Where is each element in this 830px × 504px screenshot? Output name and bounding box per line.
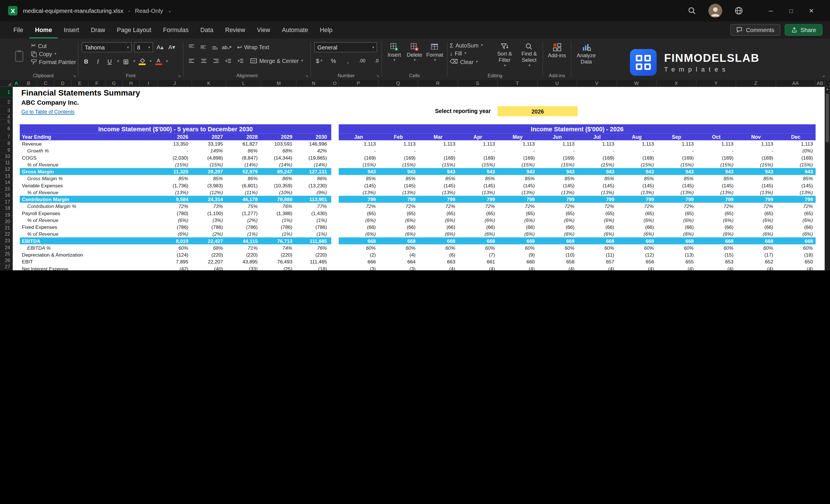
data-cell[interactable]: (1,277) — [227, 211, 262, 216]
borders-dropdown[interactable]: ▾ — [133, 59, 135, 63]
align-center-icon[interactable] — [199, 56, 209, 66]
scroll-up-icon[interactable]: ▴ — [826, 87, 828, 91]
row-header-10[interactable]: 10 — [0, 153, 12, 160]
header-cell[interactable]: Sep — [657, 134, 696, 140]
column-header-aa[interactable]: AA — [776, 80, 816, 86]
data-cell[interactable]: (6%) — [458, 217, 498, 223]
font-size-combo[interactable]: 8▾ — [134, 42, 153, 52]
data-cell[interactable]: 76% — [296, 245, 331, 251]
data-cell[interactable]: (6%) — [736, 217, 776, 223]
orientation-button[interactable]: ab↗ — [222, 42, 232, 52]
data-cell[interactable]: (2,030) — [158, 155, 192, 160]
data-cell[interactable]: 1,113 — [537, 141, 577, 147]
data-cell[interactable]: 68% — [262, 148, 296, 154]
data-cell[interactable]: 668 — [657, 238, 696, 244]
data-cell[interactable]: 60% — [418, 245, 458, 251]
reporting-year-input[interactable]: 2026 — [498, 106, 578, 116]
row-label[interactable]: Fixed Expenses — [20, 224, 158, 230]
row-header-21[interactable]: 21 — [0, 225, 12, 231]
data-cell[interactable]: 75% — [227, 204, 262, 209]
data-cell[interactable]: 668 — [339, 238, 378, 244]
column-header-n[interactable]: N — [296, 80, 331, 86]
header-cell[interactable]: Oct — [696, 134, 736, 140]
data-cell[interactable]: (25) — [262, 266, 296, 270]
data-cell[interactable]: 60% — [776, 245, 816, 251]
data-cell[interactable]: 43,895 — [227, 259, 262, 264]
font-name-combo[interactable]: Tahoma▾ — [82, 42, 132, 52]
header-cell[interactable]: Dec — [776, 134, 816, 140]
row-label[interactable]: Net Interest Expense — [20, 266, 158, 270]
row-header-22[interactable]: 22 — [0, 231, 12, 238]
data-cell[interactable]: (4) — [617, 266, 657, 270]
data-cell[interactable]: (66) — [418, 224, 458, 230]
data-cell[interactable]: 1,113 — [378, 141, 418, 147]
data-cell[interactable]: 24,314 — [192, 196, 227, 202]
data-cell[interactable]: 103,591 — [262, 141, 296, 147]
data-cell[interactable]: (9%) — [296, 190, 331, 195]
column-header-w[interactable]: W — [617, 80, 657, 86]
data-cell[interactable]: 668 — [617, 238, 657, 244]
data-cell[interactable]: (220) — [296, 252, 331, 257]
data-cell[interactable]: (65) — [617, 211, 657, 216]
data-cell[interactable]: 1,113 — [657, 141, 696, 147]
data-cell[interactable]: (13%) — [339, 190, 378, 195]
data-cell[interactable]: 85% — [617, 176, 657, 181]
data-cell[interactable]: (15%) — [657, 162, 696, 167]
data-cell[interactable]: 85% — [696, 176, 736, 181]
menu-page-layout[interactable]: Page Layout — [111, 22, 157, 39]
user-avatar[interactable] — [708, 4, 722, 18]
data-cell[interactable]: (6%) — [158, 231, 192, 237]
sort-filter-button[interactable]: Sort & Filter▾ — [492, 38, 517, 68]
data-cell[interactable]: 68% — [192, 245, 227, 251]
data-cell[interactable]: (4) — [418, 266, 458, 270]
data-cell[interactable]: (13%) — [418, 190, 458, 195]
data-cell[interactable]: (8,847) — [227, 155, 262, 160]
data-cell[interactable]: 799 — [458, 196, 498, 202]
data-cell[interactable]: (15%) — [158, 162, 192, 167]
data-cell[interactable]: 22,207 — [192, 259, 227, 264]
data-cell[interactable]: 76,493 — [262, 259, 296, 264]
column-header-i[interactable]: I — [140, 80, 158, 86]
data-cell[interactable]: 799 — [498, 196, 537, 202]
data-cell[interactable]: 943 — [418, 169, 458, 174]
data-cell[interactable]: (6%) — [418, 231, 458, 237]
column-header-h[interactable]: H — [123, 80, 140, 86]
data-cell[interactable]: 44,115 — [227, 238, 262, 244]
data-cell[interactable]: 1,113 — [339, 141, 378, 147]
data-cell[interactable]: 799 — [339, 196, 378, 202]
data-cell[interactable]: 72% — [776, 204, 816, 209]
data-cell[interactable]: (13%) — [498, 190, 537, 195]
data-cell[interactable]: (4) — [657, 266, 696, 270]
data-cell[interactable]: 85% — [736, 176, 776, 181]
column-header-d[interactable]: D — [54, 80, 71, 86]
align-left-icon[interactable] — [187, 56, 196, 66]
data-cell[interactable]: (66) — [696, 224, 736, 230]
data-cell[interactable]: 46,178 — [227, 196, 262, 202]
data-cell[interactable]: 668 — [776, 238, 816, 244]
data-cell[interactable]: 664 — [378, 259, 418, 264]
data-cell[interactable]: (6%) — [418, 217, 458, 223]
row-header-14[interactable]: 14 — [0, 179, 12, 186]
data-cell[interactable]: 85% — [339, 176, 378, 181]
data-cell[interactable]: 149% — [192, 148, 227, 154]
menu-file[interactable]: File — [7, 22, 29, 39]
data-cell[interactable]: (15%) — [339, 162, 378, 167]
data-cell[interactable]: (66) — [577, 224, 617, 230]
data-cell[interactable]: - — [577, 148, 617, 154]
data-cell[interactable]: (6%) — [339, 217, 378, 223]
data-cell[interactable]: (65) — [776, 211, 816, 216]
data-cell[interactable]: (169) — [458, 155, 498, 160]
menu-automate[interactable]: Automate — [276, 22, 314, 39]
data-cell[interactable]: (66) — [378, 224, 418, 230]
data-cell[interactable]: (17) — [736, 252, 776, 257]
data-cell[interactable]: 111,685 — [296, 238, 331, 244]
data-cell[interactable]: (6,801) — [227, 183, 262, 188]
data-cell[interactable]: 943 — [657, 169, 696, 174]
data-cell[interactable]: 72% — [537, 204, 577, 209]
merge-center-button[interactable]: Merge & Center▾ — [250, 58, 303, 64]
data-cell[interactable]: 799 — [577, 196, 617, 202]
data-cell[interactable]: (220) — [192, 252, 227, 257]
menu-data[interactable]: Data — [194, 22, 219, 39]
data-cell[interactable]: 8,019 — [158, 238, 192, 244]
cut-button[interactable]: ✂Cut — [31, 42, 76, 49]
